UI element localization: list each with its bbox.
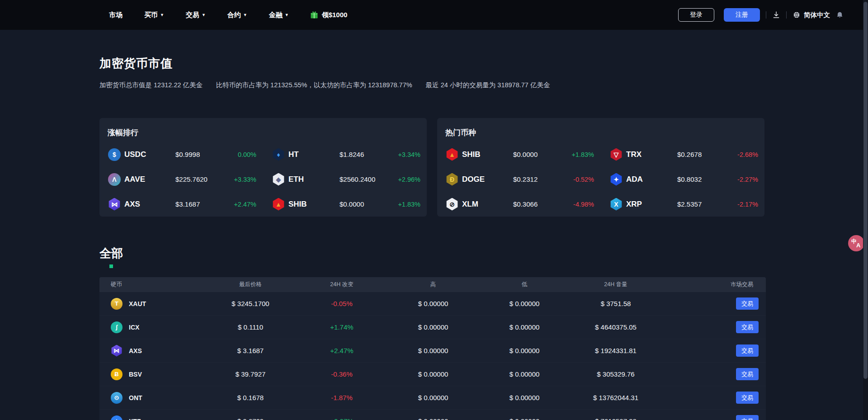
- coin-entry[interactable]: ◆ ETH $2560.2400 +2.96%: [272, 167, 420, 192]
- nav-label: 合约: [227, 11, 241, 19]
- coin-entry[interactable]: Λ AAVE $225.7620 +3.33%: [108, 167, 256, 192]
- coin-price: $0.2312: [513, 175, 552, 183]
- last-price: $ 0.1678: [205, 394, 296, 401]
- col-last-price: 最后价格: [205, 281, 296, 288]
- coin-symbol: AXS: [129, 347, 142, 354]
- coin-entry[interactable]: ✦ ADA $0.8032 -2.27%: [610, 167, 758, 192]
- volume-24h: $ 3751.58: [570, 300, 661, 307]
- coin-entry[interactable]: ⊘ XLM $0.3066 -4.98%: [446, 192, 594, 217]
- trade-button[interactable]: 交易: [736, 392, 759, 404]
- coin-price: $0.0000: [340, 200, 378, 208]
- nav-item-trade[interactable]: 交易 ▼: [186, 11, 206, 19]
- axs-icon: ⋈: [108, 198, 121, 211]
- trade-button[interactable]: 交易: [736, 368, 759, 380]
- main-content: 加密货币市值 加密货币总市值是 12312.22 亿美金 比特币的市占率为 12…: [99, 56, 766, 420]
- coin-change: -4.98%: [556, 201, 594, 208]
- trade-button[interactable]: 交易: [736, 344, 759, 357]
- coin-symbol: TRX: [626, 150, 674, 159]
- low: $ 0.00000: [479, 300, 570, 307]
- high: $ 0.00000: [387, 347, 479, 354]
- chevron-down-icon: ▼: [285, 13, 289, 17]
- col-market-trade: 市场交易: [661, 281, 766, 288]
- coin-change: +2.47%: [218, 201, 256, 208]
- last-price: $ 0.1110: [205, 323, 296, 331]
- coin-change: +1.83%: [556, 151, 594, 158]
- dominance-stat: 比特币的市占率为 121325.55%，以太坊的市占率为 12318978.77…: [216, 81, 412, 90]
- col-low: 低: [479, 281, 570, 288]
- volume-24h: $ 4640375.05: [570, 323, 661, 331]
- ht-icon: ♦: [272, 148, 285, 161]
- volume-24h-stat: 最近 24 小时的交易量为 318978.77 亿美金: [426, 81, 550, 90]
- coin-entry[interactable]: X XRP $2.5357 -2.17%: [610, 192, 758, 217]
- high: $ 0.00000: [387, 417, 479, 420]
- coin-entry[interactable]: ♦ HT $1.8246 +3.34%: [272, 142, 420, 167]
- coin-change: -0.52%: [556, 176, 594, 183]
- coin-symbol: ETH: [288, 175, 336, 184]
- trade-button[interactable]: 交易: [736, 415, 759, 420]
- high: $ 0.00000: [387, 300, 479, 307]
- page-title: 加密货币市值: [99, 56, 766, 71]
- trade-button[interactable]: 交易: [736, 297, 759, 310]
- coin-change: -2.68%: [720, 151, 758, 158]
- coin-symbol: DOGE: [462, 175, 509, 184]
- table-row: T XAUT $ 3245.1700 -0.05% $ 0.00000 $ 0.…: [99, 292, 766, 316]
- download-app-icon[interactable]: [772, 11, 780, 19]
- high: $ 0.00000: [387, 323, 479, 331]
- low: $ 0.00000: [479, 347, 570, 354]
- coin-change: +1.83%: [382, 201, 420, 208]
- last-price: $ 39.7927: [205, 370, 296, 378]
- card-title: 热门币种: [437, 127, 764, 138]
- high: $ 0.00000: [387, 394, 479, 401]
- coin-change: +3.33%: [218, 176, 256, 183]
- coin-symbol: ICX: [129, 324, 139, 331]
- table-header: 硬币 最后价格 24H 改变 高 低 24H 音量 市场交易: [99, 277, 766, 292]
- coin-entry[interactable]: Đ DOGE $0.2312 -0.52%: [446, 167, 594, 192]
- chevron-down-icon: ▼: [160, 13, 164, 17]
- coin-entry[interactable]: ▲ SHIB $0.0000 +1.83%: [272, 192, 420, 217]
- coin-change: 0.00%: [218, 151, 256, 158]
- gainers-card: 涨幅排行 $ USDC $0.9998 0.00% ♦ HT $1.8246 +…: [99, 118, 427, 217]
- nav-label: 交易: [186, 11, 199, 19]
- change-24h: +0.07%: [296, 417, 387, 420]
- bell-icon[interactable]: [836, 11, 844, 19]
- coin-change: -2.17%: [720, 201, 758, 208]
- col-volume-24h: 24H 音量: [570, 281, 661, 288]
- coin-entry[interactable]: ▽ TRX $0.2678 -2.68%: [610, 142, 758, 167]
- coin-change: -2.27%: [720, 176, 758, 183]
- nav-label: 市场: [109, 11, 123, 19]
- coin-price: $225.7620: [175, 175, 214, 183]
- chevron-down-icon: ▼: [243, 13, 247, 17]
- last-price: $ 3245.1700: [205, 300, 296, 307]
- register-button[interactable]: 注册: [724, 8, 760, 22]
- coin-entry[interactable]: $ USDC $0.9998 0.00%: [108, 142, 256, 167]
- eth-icon: ◆: [272, 173, 285, 186]
- all-section-title: 全部: [99, 245, 766, 261]
- login-button[interactable]: 登录: [678, 8, 714, 22]
- coin-entry[interactable]: ⋈ AXS $3.1687 +2.47%: [108, 192, 256, 217]
- coin-change: +2.96%: [382, 176, 420, 183]
- trade-button[interactable]: 交易: [736, 321, 759, 333]
- language-selector[interactable]: 简体中文: [793, 11, 830, 19]
- translate-icon-secondary: A: [856, 242, 860, 249]
- bonus-promo-link[interactable]: 领$1000: [310, 10, 348, 19]
- volume-24h: $ 7013507.98: [570, 417, 661, 420]
- active-tab-indicator: [109, 264, 113, 268]
- coin-entry[interactable]: ▲ SHIB $0.0000 +1.83%: [446, 142, 594, 167]
- total-marketcap-stat: 加密货币总市值是 12312.22 亿美金: [99, 81, 203, 90]
- coin-price: $0.2678: [677, 151, 716, 158]
- scrollbar-track[interactable]: [863, 0, 868, 420]
- low: $ 0.00000: [479, 394, 570, 401]
- nav-item-market[interactable]: 市场: [109, 11, 123, 19]
- coin-symbol: SHIB: [288, 200, 336, 209]
- card-title: 涨幅排行: [99, 127, 427, 138]
- col-change-24h: 24H 改变: [296, 281, 387, 288]
- nav-item-finance[interactable]: 金融 ▼: [269, 11, 289, 19]
- doge-icon: Đ: [446, 173, 458, 186]
- table-row: ⊙ ONT $ 0.1678 -1.87% $ 0.00000 $ 0.0000…: [99, 386, 766, 410]
- translate-widget[interactable]: 中 A: [848, 235, 864, 251]
- scrollbar-thumb[interactable]: [863, 2, 868, 379]
- nav-item-contract[interactable]: 合约 ▼: [227, 11, 247, 19]
- nav-item-buy[interactable]: 买币 ▼: [144, 11, 164, 19]
- table-row: Ƀ BSV $ 39.7927 -0.36% $ 0.00000 $ 0.000…: [99, 363, 766, 386]
- coin-symbol: ADA: [626, 175, 674, 184]
